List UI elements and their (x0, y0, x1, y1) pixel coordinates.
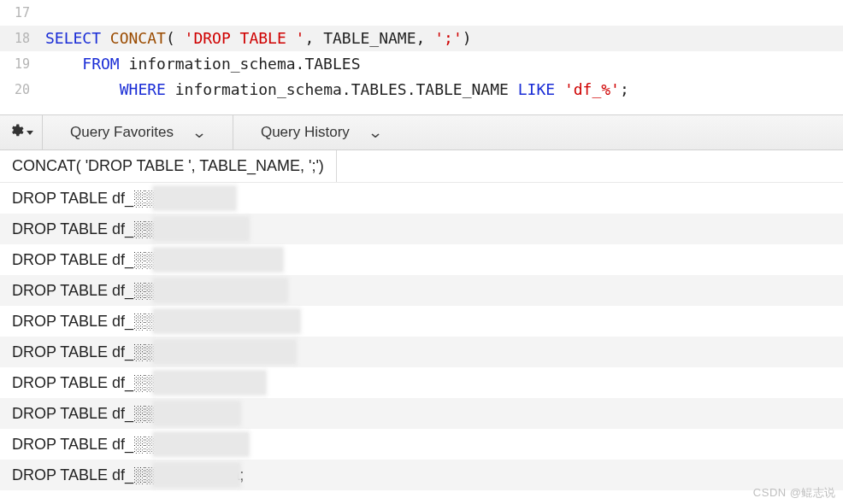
redaction-overlay (154, 310, 299, 332)
redaction-overlay (154, 249, 282, 271)
table-row[interactable]: DROP TABLE df_░░░░░░░░░░░a; (0, 306, 843, 337)
redaction-overlay (154, 372, 265, 394)
chevron-down-icon: ⌄ (191, 123, 206, 142)
gear-icon (9, 123, 24, 143)
code-content[interactable]: FROM information_schema.TABLES (38, 51, 843, 77)
code-content[interactable] (38, 0, 843, 26)
table-row[interactable]: DROP TABLE df_░░░░░░░; (0, 398, 843, 429)
results-grid[interactable]: CONCAT( 'DROP TABLE ', TABLE_NAME, ';') … (0, 150, 843, 490)
table-row[interactable]: DROP TABLE df_░░░░░░░░░░a; (0, 275, 843, 306)
column-header[interactable]: CONCAT( 'DROP TABLE ', TABLE_NAME, ';') (0, 150, 337, 182)
query-favorites-dropdown[interactable]: Query Favorites ⌄ (43, 115, 233, 149)
table-row[interactable]: DROP TABLE df_░░░░░░░░g; (0, 214, 843, 244)
redaction-overlay (154, 464, 239, 486)
query-history-label: Query History (261, 124, 350, 141)
redaction-overlay (154, 433, 248, 455)
line-number: 19 (0, 51, 38, 77)
sql-editor[interactable]: 1718SELECT CONCAT( 'DROP TABLE ', TABLE_… (0, 0, 843, 103)
column-header-label: CONCAT( 'DROP TABLE ', TABLE_NAME, ';') (12, 157, 324, 175)
chevron-down-icon (27, 131, 33, 135)
code-line[interactable]: 20 WHERE information_schema.TABLES.TABLE… (0, 77, 843, 103)
line-number: 20 (0, 77, 38, 103)
query-history-dropdown[interactable]: Query History ⌄ (233, 115, 409, 149)
line-number: 17 (0, 0, 38, 26)
results-column-header-row: CONCAT( 'DROP TABLE ', TABLE_NAME, ';') (0, 150, 843, 183)
redaction-overlay (154, 187, 235, 209)
table-row[interactable]: DROP TABLE df_░░░░░░░░░░ (0, 244, 843, 275)
table-row[interactable]: DROP TABLE df_░░░░░░░; (0, 183, 843, 214)
code-content[interactable]: WHERE information_schema.TABLES.TABLE_NA… (38, 77, 843, 103)
line-number: 18 (0, 26, 38, 51)
redaction-overlay (154, 341, 295, 363)
code-line[interactable]: 19 FROM information_schema.TABLES (0, 51, 843, 77)
table-row[interactable]: DROP TABLE df_░░░░░░░░░e; (0, 429, 843, 460)
chevron-down-icon: ⌄ (367, 123, 382, 142)
query-toolbar: Query Favorites ⌄ Query History ⌄ (0, 114, 843, 150)
code-content[interactable]: SELECT CONCAT( 'DROP TABLE ', TABLE_NAME… (38, 26, 843, 51)
redaction-overlay (154, 279, 286, 302)
table-row[interactable]: DROP TABLE df_░░░░░░░░░░░░cle; (0, 337, 843, 367)
table-row[interactable]: DROP TABLE df_░░░░░░░░░░y; (0, 367, 843, 398)
table-row[interactable]: DROP TABLE df_░░░░░░_d░ta; (0, 460, 843, 490)
watermark: CSDN @鲲志说 (753, 485, 836, 501)
redaction-overlay (154, 218, 248, 240)
code-line[interactable]: 17 (0, 0, 843, 26)
query-favorites-label: Query Favorites (70, 124, 174, 141)
settings-button[interactable] (0, 115, 43, 149)
code-line[interactable]: 18SELECT CONCAT( 'DROP TABLE ', TABLE_NA… (0, 26, 843, 51)
redaction-overlay (154, 402, 239, 425)
